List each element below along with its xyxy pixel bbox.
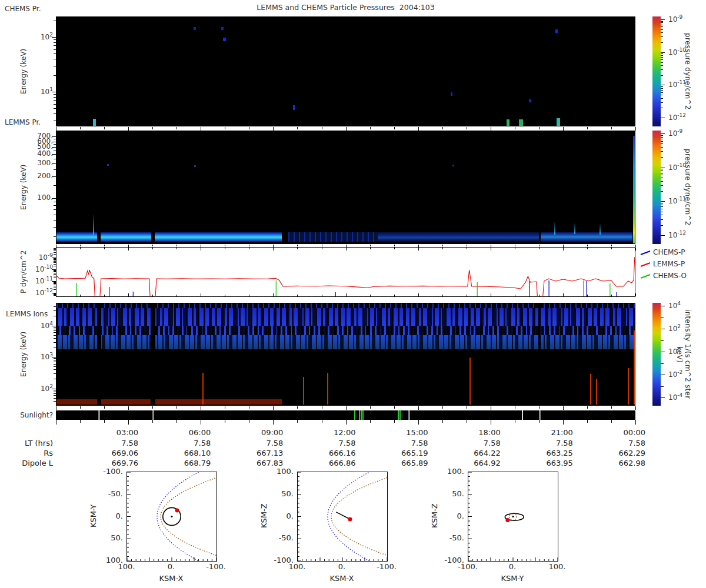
spectrogram-point xyxy=(223,38,226,41)
cb-minor-tick xyxy=(661,55,663,56)
hour-tick xyxy=(394,406,395,409)
hour-tick xyxy=(346,245,347,247)
p3-inner-tick xyxy=(56,293,56,296)
hour-tick xyxy=(249,127,249,129)
exponent: -10 xyxy=(677,47,686,53)
cb-minor-tick xyxy=(661,135,663,136)
time-axis-tick xyxy=(467,420,467,423)
cb-minor-tick xyxy=(661,108,663,108)
cb-minor-tick xyxy=(661,29,663,30)
band-spike xyxy=(93,215,94,235)
sunlight-gray-mark xyxy=(408,410,410,420)
cb-minor-tick xyxy=(661,212,663,212)
cb-minor-tick xyxy=(661,143,663,144)
saturn-dot xyxy=(512,516,514,517)
p3-inner-tick xyxy=(80,295,81,296)
minor-tick xyxy=(54,362,56,362)
ephemeris-value: 7.58 xyxy=(604,439,645,447)
exponent: 4 xyxy=(677,300,681,306)
ephemeris-row-label: Rs xyxy=(6,449,53,457)
minor-tick xyxy=(54,273,56,273)
legend-label: LEMMS-P xyxy=(653,260,685,268)
cb-minor-tick xyxy=(661,225,663,226)
p3-inner-tick xyxy=(297,295,298,296)
ions-sparse-b xyxy=(56,367,635,393)
cb-tick-label: 10-12 xyxy=(668,112,704,122)
minor-tick xyxy=(54,271,56,272)
mantissa: 10 xyxy=(35,265,44,273)
minor-tick xyxy=(54,274,56,275)
p3-inner-tick xyxy=(491,248,491,250)
minor-tick xyxy=(54,364,56,365)
minor-tick xyxy=(54,209,56,210)
p3-inner-tick xyxy=(80,248,81,249)
p3-inner-tick xyxy=(611,295,612,296)
orbit-y-tick-label: 100. xyxy=(95,556,123,564)
spectrogram-point xyxy=(194,27,196,30)
mantissa: 10 xyxy=(668,48,677,56)
faint-dot xyxy=(107,164,109,166)
hour-tick xyxy=(611,127,612,129)
spectrogram-point xyxy=(93,119,96,126)
minor-tick xyxy=(54,395,56,396)
minor-tick xyxy=(54,289,56,290)
mantissa: 10 xyxy=(668,302,677,310)
hour-tick xyxy=(56,127,56,131)
exponent: -2 xyxy=(677,369,682,375)
ions-edge-streak xyxy=(634,330,635,405)
exponent: -11 xyxy=(44,276,53,282)
ephemeris-value: 7.58 xyxy=(169,439,211,447)
minor-tick xyxy=(54,327,56,328)
cb-major-tick xyxy=(661,168,665,168)
ions-sparse-a xyxy=(56,349,635,367)
time-axis-tick xyxy=(56,420,56,425)
ions-stripes-a xyxy=(56,308,635,327)
cb-minor-tick xyxy=(661,92,663,93)
mantissa: 10 xyxy=(668,129,677,138)
ephemeris-value: 667.83 xyxy=(242,459,283,467)
cb-tick-label: 10-11 xyxy=(668,79,704,89)
cb-minor-tick xyxy=(661,98,663,99)
hour-tick xyxy=(370,406,371,409)
cb-major-tick xyxy=(661,133,665,134)
ephemeris-value: 7.58 xyxy=(315,439,356,447)
exponent: 2 xyxy=(49,383,53,389)
hour-tick xyxy=(176,127,177,129)
mantissa: 10 xyxy=(668,81,677,89)
minor-tick xyxy=(54,266,56,266)
cb-minor-tick xyxy=(661,147,663,148)
minor-tick xyxy=(54,285,56,285)
hour-tick xyxy=(467,127,467,129)
mantissa: 10 xyxy=(668,113,677,122)
ephemeris-value: 662.98 xyxy=(604,459,645,467)
sunlight-green-mark xyxy=(399,410,401,420)
colorbar-label-pressure-1: pressure dyne/cm^2 xyxy=(681,16,692,126)
time-axis-tick xyxy=(515,420,515,423)
lemms-ions-panel xyxy=(56,303,635,406)
p3-inner-tick xyxy=(249,295,249,296)
minor-tick xyxy=(54,329,56,329)
minor-tick xyxy=(54,260,56,260)
exponent: -10 xyxy=(44,264,53,270)
hour-tick xyxy=(442,245,443,246)
ytick-label-p1: 101 xyxy=(25,86,53,96)
hour-tick xyxy=(56,406,56,410)
orbit-ksmx-ksmz-svg xyxy=(298,472,387,561)
time-axis-tick xyxy=(611,420,612,423)
p3-inner-tick xyxy=(563,293,564,296)
spectrogram-point xyxy=(529,99,531,102)
time-axis-tick xyxy=(346,420,347,425)
figure-title: LEMMS and CHEMS Particle Pressures 2004:… xyxy=(56,3,635,12)
p3-inner-tick xyxy=(104,248,105,249)
ytick-label-p2: 400. xyxy=(25,149,53,158)
hour-tick xyxy=(491,127,491,131)
hour-tick xyxy=(225,127,225,129)
orbit-y-tick-label: 0. xyxy=(436,512,464,520)
minor-tick xyxy=(54,282,56,283)
legend-line xyxy=(641,263,650,266)
p3-inner-tick xyxy=(611,248,612,249)
orbit-ksmy-ksmz-svg xyxy=(468,472,558,561)
orbit-y-tick-label: -100. xyxy=(265,556,294,564)
magnetopause-curve xyxy=(161,472,217,561)
cb-minor-tick xyxy=(661,340,664,341)
